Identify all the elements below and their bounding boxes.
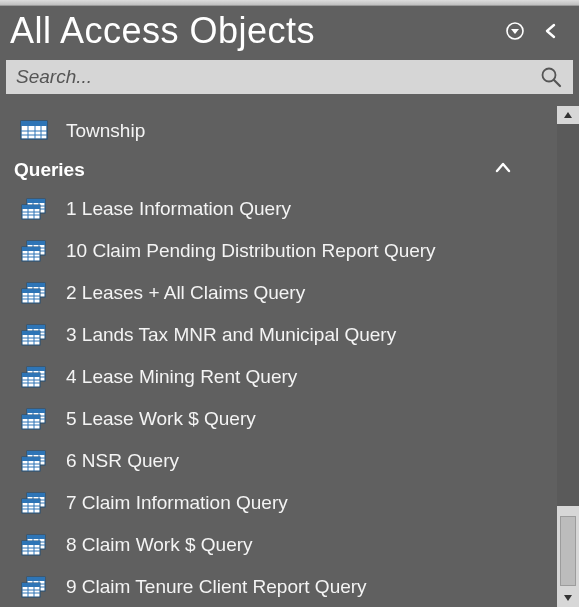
chevron-up-icon — [493, 158, 513, 183]
svg-rect-30 — [22, 247, 40, 251]
svg-marker-132 — [564, 595, 572, 601]
vertical-scrollbar[interactable] — [557, 106, 579, 607]
list-item-label: 2 Leases + All Claims Query — [66, 282, 305, 304]
list-item-label: 1 Lease Information Query — [66, 198, 291, 220]
list-item-label: 5 Lease Work $ Query — [66, 408, 256, 430]
query-icon — [20, 534, 48, 556]
svg-line-3 — [554, 80, 560, 86]
svg-marker-1 — [511, 29, 519, 34]
query-icon — [20, 324, 48, 346]
query-icon — [20, 366, 48, 388]
query-icon — [20, 450, 48, 472]
svg-rect-78 — [22, 415, 40, 419]
query-icon — [20, 198, 48, 220]
query-row[interactable]: 4 Lease Mining Rent Query — [0, 356, 557, 398]
svg-rect-96 — [27, 493, 45, 497]
query-row[interactable]: 2 Leases + All Claims Query — [0, 272, 557, 314]
list-item-label: 10 Claim Pending Distribution Report Que… — [66, 240, 436, 262]
query-row[interactable]: 9 Claim Tenure Client Report Query — [0, 566, 557, 607]
nav-pane-title: All Access Objects — [10, 10, 493, 52]
queries-group-header[interactable]: Queries — [0, 152, 557, 188]
table-icon — [20, 120, 48, 142]
svg-rect-108 — [27, 535, 45, 539]
scroll-down-button[interactable] — [557, 589, 579, 607]
svg-rect-66 — [22, 373, 40, 377]
query-icon — [20, 492, 48, 514]
svg-rect-18 — [22, 205, 40, 209]
scroll-up-button[interactable] — [557, 106, 579, 124]
svg-rect-126 — [22, 583, 40, 587]
query-icon — [20, 408, 48, 430]
query-row[interactable]: 10 Claim Pending Distribution Report Que… — [0, 230, 557, 272]
list-item-label: 6 NSR Query — [66, 450, 179, 472]
query-row[interactable]: 5 Lease Work $ Query — [0, 398, 557, 440]
query-icon — [20, 576, 48, 598]
query-icon — [20, 240, 48, 262]
list-item-label: 8 Claim Work $ Query — [66, 534, 253, 556]
svg-rect-24 — [27, 241, 45, 245]
query-row[interactable]: 3 Lands Tax MNR and Municipal Query — [0, 314, 557, 356]
nav-category-dropdown-icon[interactable] — [501, 17, 529, 45]
query-row[interactable]: 7 Claim Information Query — [0, 482, 557, 524]
svg-rect-102 — [22, 499, 40, 503]
search-icon[interactable] — [539, 65, 563, 89]
svg-rect-42 — [22, 289, 40, 293]
nav-object-list: Township Queries — [0, 106, 557, 607]
svg-rect-36 — [27, 283, 45, 287]
svg-rect-5 — [21, 121, 47, 126]
scroll-thumb[interactable] — [560, 516, 576, 586]
svg-rect-84 — [27, 451, 45, 455]
svg-rect-54 — [22, 331, 40, 335]
list-item-label: Township — [66, 120, 145, 142]
search-input[interactable] — [16, 66, 539, 88]
table-row[interactable]: Township — [0, 110, 557, 152]
query-icon — [20, 282, 48, 304]
list-item-label: 3 Lands Tax MNR and Municipal Query — [66, 324, 396, 346]
scroll-track[interactable] — [557, 124, 579, 506]
svg-rect-12 — [27, 199, 45, 203]
svg-rect-72 — [27, 409, 45, 413]
svg-rect-90 — [22, 457, 40, 461]
svg-rect-120 — [27, 577, 45, 581]
group-label: Queries — [14, 159, 85, 181]
search-bar — [6, 60, 573, 94]
svg-rect-114 — [22, 541, 40, 545]
svg-rect-60 — [27, 367, 45, 371]
nav-pane-header: All Access Objects — [0, 6, 579, 58]
list-item-label: 9 Claim Tenure Client Report Query — [66, 576, 367, 598]
query-row[interactable]: 6 NSR Query — [0, 440, 557, 482]
list-item-label: 7 Claim Information Query — [66, 492, 288, 514]
svg-rect-48 — [27, 325, 45, 329]
query-row[interactable]: 1 Lease Information Query — [0, 188, 557, 230]
query-row[interactable]: 8 Claim Work $ Query — [0, 524, 557, 566]
collapse-nav-pane-icon[interactable] — [537, 17, 565, 45]
svg-marker-131 — [564, 112, 572, 118]
list-item-label: 4 Lease Mining Rent Query — [66, 366, 297, 388]
